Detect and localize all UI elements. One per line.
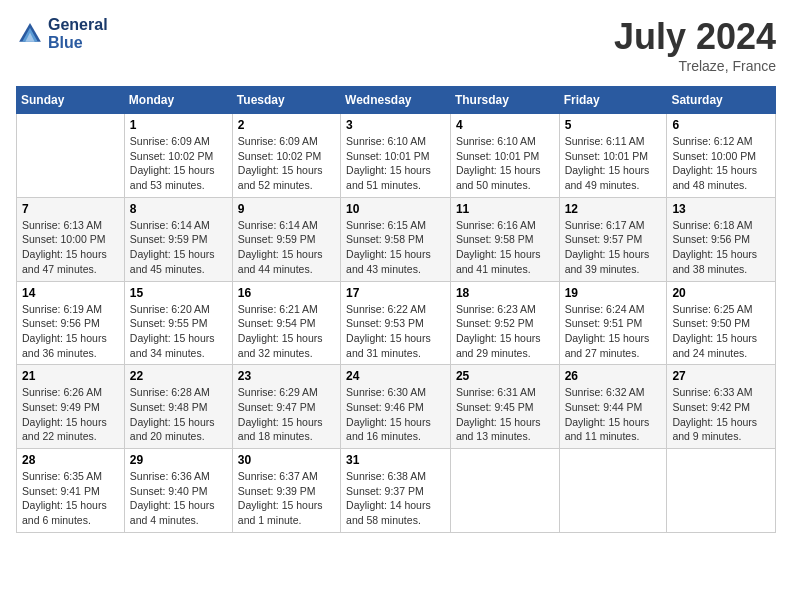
day-info: Sunrise: 6:36 AM Sunset: 9:40 PM Dayligh… bbox=[130, 469, 227, 528]
day-info: Sunrise: 6:37 AM Sunset: 9:39 PM Dayligh… bbox=[238, 469, 335, 528]
calendar-week-row: 14Sunrise: 6:19 AM Sunset: 9:56 PM Dayli… bbox=[17, 281, 776, 365]
calendar-cell: 23Sunrise: 6:29 AM Sunset: 9:47 PM Dayli… bbox=[232, 365, 340, 449]
day-number: 10 bbox=[346, 202, 445, 216]
day-number: 17 bbox=[346, 286, 445, 300]
day-number: 7 bbox=[22, 202, 119, 216]
day-number: 14 bbox=[22, 286, 119, 300]
location: Trelaze, France bbox=[614, 58, 776, 74]
calendar-cell: 26Sunrise: 6:32 AM Sunset: 9:44 PM Dayli… bbox=[559, 365, 667, 449]
day-of-week-header: Thursday bbox=[450, 87, 559, 114]
day-info: Sunrise: 6:30 AM Sunset: 9:46 PM Dayligh… bbox=[346, 385, 445, 444]
day-number: 2 bbox=[238, 118, 335, 132]
day-info: Sunrise: 6:19 AM Sunset: 9:56 PM Dayligh… bbox=[22, 302, 119, 361]
logo-text: General Blue bbox=[48, 16, 108, 51]
day-number: 25 bbox=[456, 369, 554, 383]
logo-icon bbox=[16, 20, 44, 48]
day-info: Sunrise: 6:21 AM Sunset: 9:54 PM Dayligh… bbox=[238, 302, 335, 361]
day-info: Sunrise: 6:11 AM Sunset: 10:01 PM Daylig… bbox=[565, 134, 662, 193]
calendar-cell: 7Sunrise: 6:13 AM Sunset: 10:00 PM Dayli… bbox=[17, 197, 125, 281]
month-title: July 2024 bbox=[614, 16, 776, 58]
calendar-cell: 6Sunrise: 6:12 AM Sunset: 10:00 PM Dayli… bbox=[667, 114, 776, 198]
day-info: Sunrise: 6:31 AM Sunset: 9:45 PM Dayligh… bbox=[456, 385, 554, 444]
day-number: 21 bbox=[22, 369, 119, 383]
calendar-cell: 29Sunrise: 6:36 AM Sunset: 9:40 PM Dayli… bbox=[124, 449, 232, 533]
calendar-cell: 3Sunrise: 6:10 AM Sunset: 10:01 PM Dayli… bbox=[341, 114, 451, 198]
calendar-cell: 18Sunrise: 6:23 AM Sunset: 9:52 PM Dayli… bbox=[450, 281, 559, 365]
calendar-cell: 11Sunrise: 6:16 AM Sunset: 9:58 PM Dayli… bbox=[450, 197, 559, 281]
day-number: 11 bbox=[456, 202, 554, 216]
day-info: Sunrise: 6:24 AM Sunset: 9:51 PM Dayligh… bbox=[565, 302, 662, 361]
calendar-week-row: 28Sunrise: 6:35 AM Sunset: 9:41 PM Dayli… bbox=[17, 449, 776, 533]
calendar-cell: 17Sunrise: 6:22 AM Sunset: 9:53 PM Dayli… bbox=[341, 281, 451, 365]
day-of-week-header: Tuesday bbox=[232, 87, 340, 114]
day-number: 26 bbox=[565, 369, 662, 383]
calendar-cell: 24Sunrise: 6:30 AM Sunset: 9:46 PM Dayli… bbox=[341, 365, 451, 449]
day-info: Sunrise: 6:23 AM Sunset: 9:52 PM Dayligh… bbox=[456, 302, 554, 361]
day-of-week-header: Saturday bbox=[667, 87, 776, 114]
day-info: Sunrise: 6:14 AM Sunset: 9:59 PM Dayligh… bbox=[130, 218, 227, 277]
day-number: 12 bbox=[565, 202, 662, 216]
day-info: Sunrise: 6:22 AM Sunset: 9:53 PM Dayligh… bbox=[346, 302, 445, 361]
day-info: Sunrise: 6:15 AM Sunset: 9:58 PM Dayligh… bbox=[346, 218, 445, 277]
day-info: Sunrise: 6:32 AM Sunset: 9:44 PM Dayligh… bbox=[565, 385, 662, 444]
calendar-cell: 15Sunrise: 6:20 AM Sunset: 9:55 PM Dayli… bbox=[124, 281, 232, 365]
day-info: Sunrise: 6:12 AM Sunset: 10:00 PM Daylig… bbox=[672, 134, 770, 193]
day-info: Sunrise: 6:13 AM Sunset: 10:00 PM Daylig… bbox=[22, 218, 119, 277]
day-info: Sunrise: 6:09 AM Sunset: 10:02 PM Daylig… bbox=[130, 134, 227, 193]
calendar-week-row: 7Sunrise: 6:13 AM Sunset: 10:00 PM Dayli… bbox=[17, 197, 776, 281]
day-info: Sunrise: 6:10 AM Sunset: 10:01 PM Daylig… bbox=[346, 134, 445, 193]
calendar-header-row: SundayMondayTuesdayWednesdayThursdayFrid… bbox=[17, 87, 776, 114]
day-number: 1 bbox=[130, 118, 227, 132]
day-number: 31 bbox=[346, 453, 445, 467]
day-info: Sunrise: 6:14 AM Sunset: 9:59 PM Dayligh… bbox=[238, 218, 335, 277]
day-of-week-header: Friday bbox=[559, 87, 667, 114]
day-info: Sunrise: 6:29 AM Sunset: 9:47 PM Dayligh… bbox=[238, 385, 335, 444]
calendar-table: SundayMondayTuesdayWednesdayThursdayFrid… bbox=[16, 86, 776, 533]
day-number: 16 bbox=[238, 286, 335, 300]
day-of-week-header: Monday bbox=[124, 87, 232, 114]
day-number: 27 bbox=[672, 369, 770, 383]
calendar-week-row: 21Sunrise: 6:26 AM Sunset: 9:49 PM Dayli… bbox=[17, 365, 776, 449]
day-info: Sunrise: 6:35 AM Sunset: 9:41 PM Dayligh… bbox=[22, 469, 119, 528]
day-number: 22 bbox=[130, 369, 227, 383]
day-number: 23 bbox=[238, 369, 335, 383]
calendar-cell bbox=[667, 449, 776, 533]
calendar-cell: 4Sunrise: 6:10 AM Sunset: 10:01 PM Dayli… bbox=[450, 114, 559, 198]
day-info: Sunrise: 6:38 AM Sunset: 9:37 PM Dayligh… bbox=[346, 469, 445, 528]
day-number: 8 bbox=[130, 202, 227, 216]
logo: General Blue bbox=[16, 16, 108, 51]
calendar-cell bbox=[17, 114, 125, 198]
calendar-cell: 8Sunrise: 6:14 AM Sunset: 9:59 PM Daylig… bbox=[124, 197, 232, 281]
calendar-cell: 13Sunrise: 6:18 AM Sunset: 9:56 PM Dayli… bbox=[667, 197, 776, 281]
day-number: 18 bbox=[456, 286, 554, 300]
day-info: Sunrise: 6:33 AM Sunset: 9:42 PM Dayligh… bbox=[672, 385, 770, 444]
calendar-cell: 20Sunrise: 6:25 AM Sunset: 9:50 PM Dayli… bbox=[667, 281, 776, 365]
title-block: July 2024 Trelaze, France bbox=[614, 16, 776, 74]
day-of-week-header: Wednesday bbox=[341, 87, 451, 114]
day-info: Sunrise: 6:18 AM Sunset: 9:56 PM Dayligh… bbox=[672, 218, 770, 277]
day-info: Sunrise: 6:16 AM Sunset: 9:58 PM Dayligh… bbox=[456, 218, 554, 277]
day-number: 28 bbox=[22, 453, 119, 467]
calendar-cell: 22Sunrise: 6:28 AM Sunset: 9:48 PM Dayli… bbox=[124, 365, 232, 449]
day-number: 9 bbox=[238, 202, 335, 216]
calendar-cell: 16Sunrise: 6:21 AM Sunset: 9:54 PM Dayli… bbox=[232, 281, 340, 365]
day-info: Sunrise: 6:26 AM Sunset: 9:49 PM Dayligh… bbox=[22, 385, 119, 444]
day-number: 5 bbox=[565, 118, 662, 132]
day-number: 30 bbox=[238, 453, 335, 467]
day-number: 29 bbox=[130, 453, 227, 467]
page-header: General Blue July 2024 Trelaze, France bbox=[16, 16, 776, 74]
calendar-cell: 5Sunrise: 6:11 AM Sunset: 10:01 PM Dayli… bbox=[559, 114, 667, 198]
day-number: 13 bbox=[672, 202, 770, 216]
day-info: Sunrise: 6:09 AM Sunset: 10:02 PM Daylig… bbox=[238, 134, 335, 193]
day-number: 3 bbox=[346, 118, 445, 132]
day-info: Sunrise: 6:10 AM Sunset: 10:01 PM Daylig… bbox=[456, 134, 554, 193]
calendar-cell bbox=[450, 449, 559, 533]
calendar-cell: 12Sunrise: 6:17 AM Sunset: 9:57 PM Dayli… bbox=[559, 197, 667, 281]
calendar-cell: 28Sunrise: 6:35 AM Sunset: 9:41 PM Dayli… bbox=[17, 449, 125, 533]
calendar-cell: 30Sunrise: 6:37 AM Sunset: 9:39 PM Dayli… bbox=[232, 449, 340, 533]
calendar-week-row: 1Sunrise: 6:09 AM Sunset: 10:02 PM Dayli… bbox=[17, 114, 776, 198]
day-info: Sunrise: 6:20 AM Sunset: 9:55 PM Dayligh… bbox=[130, 302, 227, 361]
calendar-cell: 14Sunrise: 6:19 AM Sunset: 9:56 PM Dayli… bbox=[17, 281, 125, 365]
calendar-cell: 2Sunrise: 6:09 AM Sunset: 10:02 PM Dayli… bbox=[232, 114, 340, 198]
day-number: 6 bbox=[672, 118, 770, 132]
